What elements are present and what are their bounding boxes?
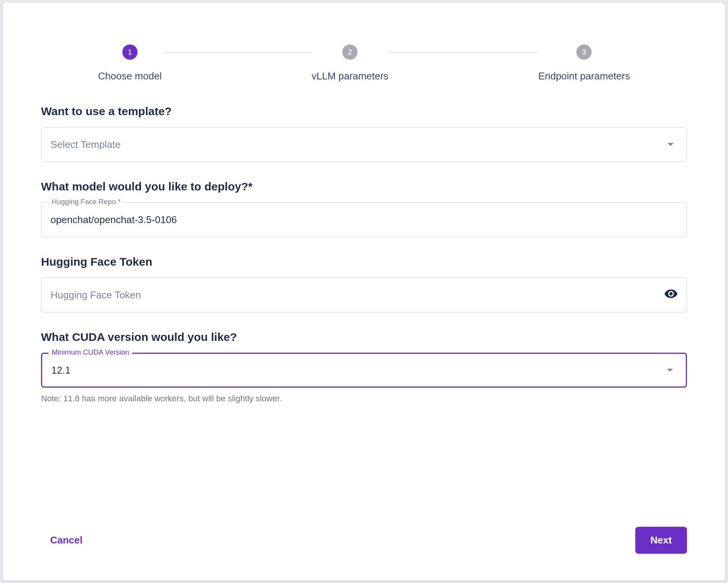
modal-footer: Cancel Next [41, 527, 687, 554]
step-vllm-parameters[interactable]: 2 vLLM parameters [312, 44, 388, 82]
cuda-title: What CUDA version would you like? [41, 331, 687, 344]
visibility-toggle-icon[interactable] [665, 289, 677, 301]
step-connector [388, 52, 538, 52]
wizard-stepper: 1 Choose model 2 vLLM parameters 3 Endpo… [41, 44, 687, 82]
token-section: Hugging Face Token [41, 255, 687, 312]
deploy-modal: 1 Choose model 2 vLLM parameters 3 Endpo… [3, 3, 725, 580]
chevron-down-icon [667, 369, 673, 372]
cuda-note: Note: 11.8 has more available workers, b… [41, 394, 687, 404]
template-title: Want to use a template? [41, 105, 687, 118]
next-button[interactable]: Next [635, 527, 687, 554]
cuda-version-label: Minimum CUDA Version [49, 348, 132, 356]
chevron-down-icon [668, 143, 674, 146]
hf-repo-label: Hugging Face Repo * [49, 198, 124, 206]
step-number-badge: 3 [576, 44, 592, 60]
model-title: What model would you like to deploy?* [41, 180, 687, 193]
step-number-badge: 1 [122, 44, 138, 60]
cancel-button[interactable]: Cancel [41, 530, 92, 551]
cuda-version-select[interactable]: 12.1 [41, 353, 687, 388]
template-section: Want to use a template? Select Template [41, 105, 687, 162]
template-select-placeholder: Select Template [51, 139, 121, 151]
model-section: What model would you like to deploy?* Hu… [41, 180, 687, 237]
hf-repo-input[interactable] [51, 214, 677, 226]
step-label: Endpoint parameters [538, 70, 630, 82]
hf-token-field-wrap [41, 277, 687, 312]
hf-repo-field-wrap [41, 202, 687, 237]
template-select[interactable]: Select Template [41, 127, 687, 162]
cuda-version-value: 12.1 [51, 364, 71, 376]
step-connector [162, 52, 312, 52]
step-choose-model[interactable]: 1 Choose model [98, 44, 162, 82]
step-endpoint-parameters[interactable]: 3 Endpoint parameters [538, 44, 630, 82]
step-label: vLLM parameters [312, 70, 388, 82]
token-title: Hugging Face Token [41, 255, 687, 268]
step-number-badge: 2 [342, 44, 358, 60]
step-label: Choose model [98, 70, 162, 82]
cuda-section: What CUDA version would you like? Minimu… [41, 331, 687, 404]
hf-token-input[interactable] [51, 289, 658, 301]
